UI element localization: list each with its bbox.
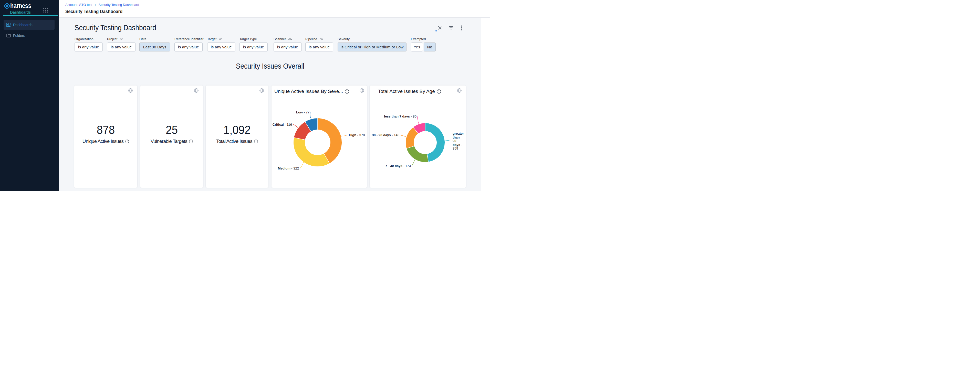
svg-text:greater: greater (453, 132, 464, 135)
svg-text:30 - 90 days - 146: 30 - 90 days - 146 (372, 133, 399, 137)
svg-text:High - 370: High - 370 (349, 133, 365, 137)
svg-text:than: than (453, 135, 460, 139)
svg-text:less than 7 days - 80: less than 7 days - 80 (384, 114, 417, 118)
svg-text:Low - 77: Low - 77 (296, 110, 309, 114)
svg-text:90: 90 (453, 139, 456, 143)
svg-text:Medium - 322: Medium - 322 (278, 166, 299, 170)
svg-text:Critical - 116: Critical - 116 (272, 123, 292, 127)
svg-text:days -: days - (453, 143, 462, 147)
svg-text:359: 359 (453, 146, 458, 150)
svg-text:7 - 30 days - 173: 7 - 30 days - 173 (385, 164, 411, 168)
